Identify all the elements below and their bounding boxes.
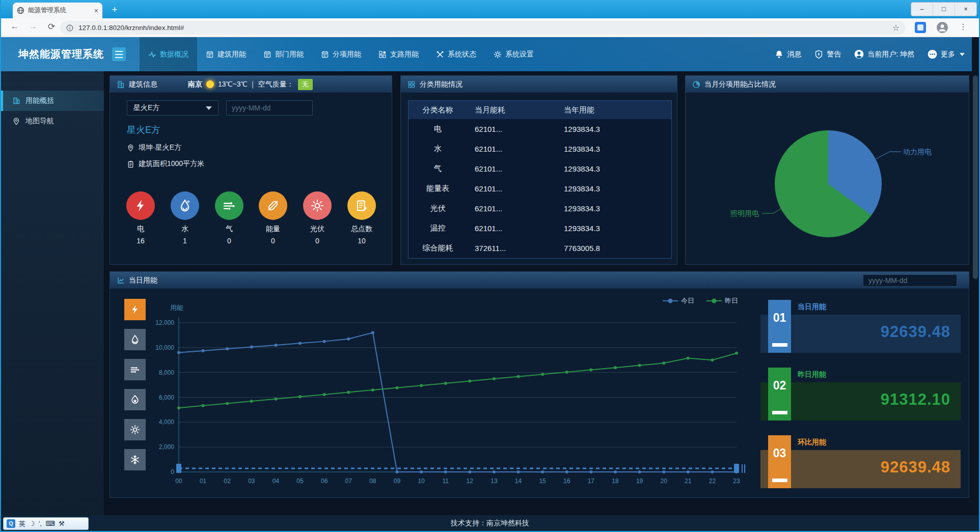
legend-marker-today xyxy=(663,300,678,301)
ime-logo-icon[interactable]: Q xyxy=(7,519,15,528)
nav-item-subitem-energy[interactable]: 分项用能 xyxy=(312,37,370,71)
sidebar-item-energy-overview[interactable]: 用能概括 xyxy=(1,91,104,111)
svg-text:12,000: 12,000 xyxy=(156,319,174,326)
minimize-button[interactable]: – xyxy=(911,3,933,16)
wind-icon xyxy=(130,365,140,375)
clipboard-icon xyxy=(127,160,134,168)
ime-toolbar[interactable]: Q 英 ☽ ’, ⌨ ⚒ xyxy=(3,517,89,530)
back-button[interactable]: ← xyxy=(8,21,21,32)
svg-text:09: 09 xyxy=(394,478,401,485)
legend-item-today[interactable]: 今日 xyxy=(663,296,694,305)
table-cell: 62101... xyxy=(467,204,559,213)
ime-tools-icon[interactable]: ⚒ xyxy=(59,520,65,527)
svg-text:23: 23 xyxy=(733,478,740,485)
subitem-ledger-icon xyxy=(321,50,329,59)
card-label: 昨日用能 xyxy=(798,370,826,379)
table-cell: 372611... xyxy=(467,244,559,253)
svg-text:6,000: 6,000 xyxy=(159,394,174,401)
url-text[interactable]: 127.0.0.1:8020/krznnh/index.html# xyxy=(78,24,892,32)
browser-tab[interactable]: 能源管理系统 × xyxy=(13,3,102,18)
category-panel-header: 分类用能情况 xyxy=(401,76,677,93)
user-avatar-icon xyxy=(854,49,864,59)
energy-type-heat-button[interactable] xyxy=(124,389,146,410)
table-row: 能量表62101...1293834.3 xyxy=(409,179,671,199)
building-date-input[interactable] xyxy=(226,100,313,116)
messages-button[interactable]: 消息 xyxy=(775,50,801,59)
svg-text:22: 22 xyxy=(709,478,716,485)
grid-icon xyxy=(407,80,416,89)
department-ledger-icon xyxy=(263,50,271,59)
table-cell: 综合能耗 xyxy=(409,243,467,253)
table-cell: 光伏 xyxy=(409,204,467,213)
sun-icon xyxy=(303,191,332,220)
sun-icon xyxy=(130,425,140,435)
line-chart[interactable]: 02,0004,0006,0008,00010,00012,0000001020… xyxy=(156,310,752,489)
table-cell: 1293834.3 xyxy=(559,184,671,193)
pie-chart[interactable] xyxy=(775,130,882,237)
tab-close-icon[interactable]: × xyxy=(94,7,98,15)
energy-type-water-button[interactable] xyxy=(124,329,146,350)
water-drop-icon xyxy=(130,334,140,345)
scrollbar-thumb[interactable] xyxy=(973,75,978,279)
energy-type-electricity-button[interactable] xyxy=(124,299,146,320)
legend-item-yesterday[interactable]: 昨日 xyxy=(706,296,738,305)
card-rank-tab: 03 xyxy=(768,435,791,488)
location-pin-icon xyxy=(127,144,134,152)
weather-sun-icon xyxy=(206,80,214,88)
building-area-row: 建筑面积1000平方米 xyxy=(127,159,204,169)
alerts-button[interactable]: 警告 xyxy=(814,50,841,59)
panel-title: 当月分项用能占比情况 xyxy=(704,80,776,89)
energy-type-solar-button[interactable] xyxy=(124,419,146,440)
nav-item-system-status[interactable]: 系统状态 xyxy=(427,37,485,71)
nav-item-data-overview[interactable]: 数据概况 xyxy=(140,37,197,71)
browser-toolbar: ← → ⟳ 127.0.0.1:8020/krznnh/index.html# … xyxy=(0,18,980,37)
address-bar[interactable]: 127.0.0.1:8020/krznnh/index.html# ☆ xyxy=(60,21,906,35)
building-info-panel: 建筑信息 南京 13℃~3℃ ｜ 空气质量： 无 星火E方 星火E方 垠坤·星火… xyxy=(110,75,392,265)
daily-date-input[interactable] xyxy=(863,274,957,287)
svg-text:12: 12 xyxy=(467,478,474,485)
energy-type-gas-button[interactable] xyxy=(124,359,146,380)
ime-keyboard-icon[interactable]: ⌨ xyxy=(45,520,55,527)
reload-button[interactable]: ⟳ xyxy=(45,21,58,32)
nav-item-building-energy[interactable]: 建筑用能 xyxy=(197,37,255,71)
forward-button[interactable]: → xyxy=(26,21,40,32)
stat-water: 水 1 xyxy=(171,191,199,245)
nav-item-department-energy[interactable]: 部门用能 xyxy=(255,37,312,71)
svg-text:0: 0 xyxy=(171,468,174,475)
ime-halfwidth-icon[interactable]: ☽ xyxy=(29,520,35,527)
nav-item-branch-energy[interactable]: 支路用能 xyxy=(370,37,427,71)
lightning-icon xyxy=(130,304,140,315)
wind-icon xyxy=(215,191,243,220)
browser-menu-icon[interactable]: ⋮ xyxy=(957,22,970,32)
new-tab-button[interactable]: + xyxy=(108,4,121,16)
pie-panel-header: 当月分项用能占比情况 xyxy=(686,76,969,93)
sidebar-item-map-nav[interactable]: 地图导航 xyxy=(1,111,104,131)
bookmark-star-icon[interactable]: ☆ xyxy=(892,23,900,33)
panel-title: 分类用能情况 xyxy=(420,80,462,89)
card-rank-tab: 02 xyxy=(768,368,791,421)
ime-punctuation-icon[interactable]: ’, xyxy=(39,520,42,527)
card-label: 当日用能 xyxy=(798,302,826,312)
window-frame-left xyxy=(0,0,1,532)
close-button[interactable]: × xyxy=(955,3,976,16)
energy-type-cooling-button[interactable] xyxy=(124,449,146,470)
ime-language-toggle[interactable]: 英 xyxy=(19,519,25,528)
profile-avatar-icon[interactable] xyxy=(936,21,948,34)
window-controls: – □ × xyxy=(911,2,977,16)
building-ledger-icon xyxy=(206,50,214,59)
more-button[interactable]: 更多 xyxy=(928,49,965,59)
current-user-button[interactable]: 当前用户: 坤然 xyxy=(854,49,914,59)
maximize-button[interactable]: □ xyxy=(933,3,955,16)
shield-bolt-icon xyxy=(814,50,823,59)
stat-gas: 气 0 xyxy=(215,191,243,245)
page-info-icon[interactable] xyxy=(66,24,73,32)
card-value: 91312.10 xyxy=(881,390,950,409)
nav-item-system-settings[interactable]: 系统设置 xyxy=(485,37,542,71)
svg-text:10: 10 xyxy=(418,478,425,485)
gear-icon xyxy=(494,50,502,59)
select-caret-icon xyxy=(206,106,212,110)
chevron-down-icon xyxy=(960,53,965,56)
extension-icon[interactable] xyxy=(915,22,926,33)
menu-toggle-button[interactable] xyxy=(112,47,126,61)
building-select[interactable]: 星火E方 xyxy=(127,100,219,116)
